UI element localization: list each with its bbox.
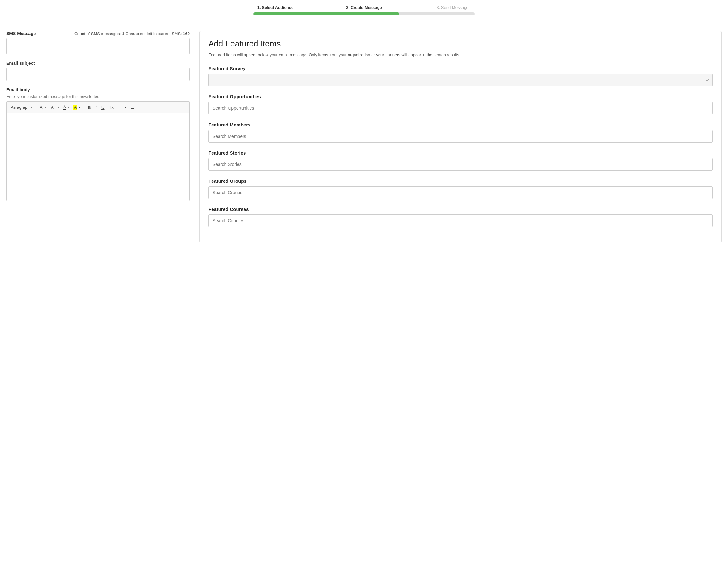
align-label: ≡ (121, 105, 123, 110)
list-label: ☰ (131, 105, 134, 110)
clear-format-label: Tx (109, 105, 113, 110)
font-color-label: A (63, 104, 66, 110)
featured-stories-section: Featured Stories (208, 150, 712, 171)
highlight-btn[interactable]: A (71, 104, 82, 111)
featured-stories-label: Featured Stories (208, 150, 712, 155)
toolbar-divider-2 (84, 104, 84, 110)
sms-header: SMS Message Count of SMS messages: 1 Cha… (6, 31, 190, 36)
paragraph-label: Paragraph (11, 105, 30, 110)
featured-opportunities-input[interactable] (208, 102, 712, 114)
toolbar-divider-1 (36, 104, 36, 110)
clear-format-btn[interactable]: Tx (107, 104, 115, 111)
progress-bar-container (0, 12, 728, 16)
underline-label: U (101, 105, 105, 110)
email-subject-section: Email subject (6, 61, 190, 81)
featured-opportunities-label: Featured Opportunities (208, 94, 712, 99)
step2-label: 2. Create Message (320, 5, 408, 10)
featured-survey-label: Featured Survey (208, 66, 712, 71)
featured-members-input[interactable] (208, 130, 712, 143)
featured-members-section: Featured Members (208, 122, 712, 143)
italic-label: I (95, 105, 97, 110)
featured-groups-section: Featured Groups (208, 178, 712, 199)
email-subject-input[interactable] (6, 68, 190, 81)
sms-chars-value: 160 (183, 31, 190, 36)
font-size-decrease-btn[interactable]: A≡ (49, 104, 61, 111)
highlight-label: A (74, 105, 78, 110)
left-column: SMS Message Count of SMS messages: 1 Cha… (6, 31, 196, 207)
italic-btn[interactable]: I (93, 103, 98, 111)
rte-editor-body[interactable] (6, 112, 190, 201)
progress-bar-fill (253, 12, 399, 16)
featured-groups-input[interactable] (208, 186, 712, 199)
progress-section: 1. Select Audience 2. Create Message 3. … (0, 0, 728, 23)
step1-label: 1. Select Audience (231, 5, 320, 10)
sms-section: SMS Message Count of SMS messages: 1 Cha… (6, 31, 190, 55)
panel-title: Add Featured Items (208, 39, 712, 49)
font-size-increase-label: AI (40, 105, 44, 110)
font-size-decrease-label: A≡ (51, 105, 56, 110)
align-btn[interactable]: ≡ (119, 104, 128, 111)
progress-bar-track (253, 12, 475, 16)
email-body-section: Email body Enter your customized message… (6, 87, 190, 201)
featured-courses-input[interactable] (208, 214, 712, 227)
paragraph-dropdown[interactable]: Paragraph (8, 104, 35, 111)
sms-count: Count of SMS messages: 1 Characters left… (74, 31, 190, 36)
sms-count-value: 1 (122, 31, 124, 36)
email-subject-label: Email subject (6, 61, 190, 66)
featured-stories-input[interactable] (208, 158, 712, 171)
list-btn[interactable]: ☰ (129, 104, 136, 111)
rte-toolbar: Paragraph AI A≡ A A B (6, 102, 190, 112)
featured-opportunities-section: Featured Opportunities (208, 94, 712, 114)
panel-description: Featured items will appear below your em… (208, 52, 712, 58)
featured-courses-section: Featured Courses (208, 206, 712, 227)
main-layout: SMS Message Count of SMS messages: 1 Cha… (0, 23, 728, 243)
featured-survey-select[interactable] (208, 74, 712, 86)
sms-chars-label: Characters left in current SMS: (126, 31, 182, 36)
bold-btn[interactable]: B (86, 103, 93, 111)
featured-survey-section: Featured Survey (208, 66, 712, 86)
featured-courses-label: Featured Courses (208, 206, 712, 212)
toolbar-divider-3 (117, 104, 117, 110)
font-size-increase-btn[interactable]: AI (38, 104, 48, 111)
email-body-hint: Enter your customized message for this n… (6, 94, 190, 99)
step3-label: 3. Send Message (408, 5, 497, 10)
font-color-btn[interactable]: A (61, 103, 71, 111)
featured-members-label: Featured Members (208, 122, 712, 127)
featured-groups-label: Featured Groups (208, 178, 712, 184)
email-body-label: Email body (6, 87, 190, 92)
bold-label: B (88, 105, 91, 110)
sms-input[interactable] (6, 38, 190, 55)
featured-items-panel: Add Featured Items Featured items will a… (199, 31, 722, 243)
sms-label: SMS Message (6, 31, 36, 36)
sms-count-label: Count of SMS messages: (74, 31, 121, 36)
underline-btn[interactable]: U (99, 103, 107, 111)
